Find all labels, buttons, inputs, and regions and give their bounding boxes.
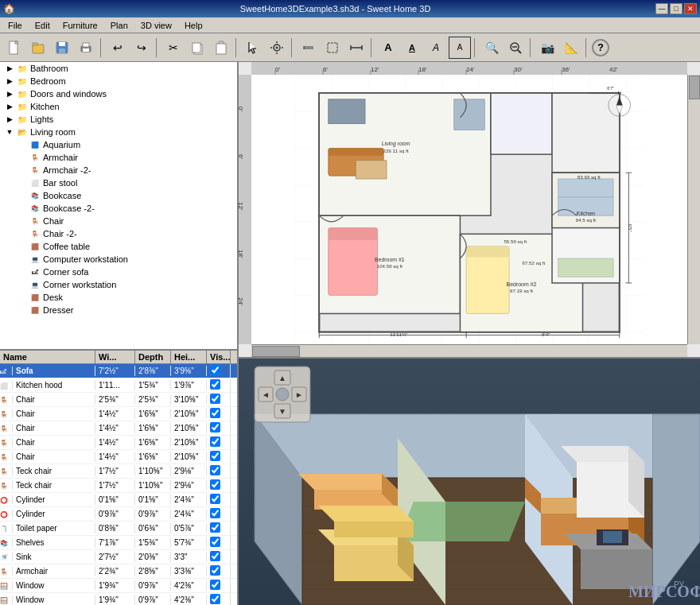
list-item[interactable]: 🚿 Sink 2'7½" 2'0⅜" 3'3" (0, 550, 237, 564)
svg-text:12': 12' (239, 202, 244, 211)
col-header-name[interactable]: Name (0, 351, 95, 363)
svg-rect-5 (59, 42, 65, 46)
svg-text:Bedroom #2: Bedroom #2 (507, 281, 537, 287)
vertical-scrollbar[interactable] (687, 75, 700, 344)
print-button[interactable] (75, 37, 97, 59)
plan-svg-container[interactable]: Living room 229.11 sq ft Bedroom #1 104.… (251, 75, 687, 344)
expand-icon[interactable]: ▶ (3, 115, 16, 123)
list-item[interactable]: 📚 Shelves 7'1⅞" 1'5¾" 5'7¾" (0, 536, 237, 550)
expand-icon[interactable]: ▶ (3, 64, 16, 72)
list-item[interactable]: 🪑 Armchair 2'2¾" 2'8⅝" 3'3⅜" (0, 564, 237, 579)
tree-item-bookcase[interactable]: 📚 Bookcase (0, 189, 237, 202)
expand-icon[interactable]: ▶ (3, 90, 16, 98)
tree-item-doors-windows[interactable]: ▶ 📁 Doors and windows (0, 87, 237, 100)
pan-tool[interactable] (266, 37, 288, 59)
tree-item-lights[interactable]: ▶ 📁 Lights (0, 113, 237, 126)
tree-item-armchair-2[interactable]: 🪑 Armchair -2- (0, 164, 237, 176)
tree-item-bedroom[interactable]: ▶ 📁 Bedroom (0, 75, 237, 87)
svg-text:12': 12' (371, 66, 379, 73)
tree-item-computer-workstation[interactable]: 💻 Computer workstation (0, 253, 237, 266)
scrollbar-thumb[interactable] (689, 76, 700, 99)
expand-icon[interactable]: ▶ (3, 103, 16, 111)
tree-label-chair-2: Chair -2- (43, 229, 77, 239)
tree-item-aquarium[interactable]: 🟦 Aquarium (0, 138, 237, 151)
help-button[interactable]: ? (592, 39, 609, 56)
list-item[interactable]: 🧻 Toilet paper 0'8⅜" 0'6¾" 0'5⅞" (0, 522, 237, 536)
list-item[interactable]: 🪑 Chair 1'4½" 1'6⅝" 2'10⅝" (0, 436, 237, 450)
zoom-out-button[interactable] (504, 37, 527, 59)
tree-item-armchair[interactable]: 🪑 Armchair (0, 151, 237, 164)
select-tool[interactable] (242, 37, 264, 59)
tree-item-bookcase-2[interactable]: 📚 Bookcase -2- (0, 202, 237, 215)
tree-item-coffee-table[interactable]: 🟫 Coffee table (0, 240, 237, 253)
list-item[interactable]: 🛋 Sofa 7'2½" 2'8⅜" 3'9⅝" (0, 364, 237, 378)
menu-help[interactable]: Help (178, 19, 209, 32)
tree-item-bar-stool[interactable]: ⬜ Bar stool (0, 176, 237, 189)
col-header-height[interactable]: Hei... (171, 351, 207, 363)
list-item[interactable]: ⭕ Cylinder 0'9⅞" 0'9⅞" 2'4¾" (0, 507, 237, 522)
horizontal-scrollbar[interactable] (251, 344, 687, 357)
svg-point-137 (276, 388, 289, 401)
copy-button[interactable] (186, 37, 208, 59)
redo-button[interactable]: ↪ (130, 37, 153, 59)
svg-rect-18 (328, 43, 337, 52)
add-wall-tool[interactable] (298, 37, 320, 59)
svg-rect-65 (558, 179, 613, 197)
cut-button[interactable]: ✂ (162, 37, 185, 59)
list-item[interactable]: 🪟 Window 1'9¾" 0'9⅞" 4'2⅜" (0, 579, 237, 593)
tree-item-chair-2[interactable]: 🪑 Chair -2- (0, 227, 237, 240)
menu-file[interactable]: File (2, 19, 29, 32)
list-item[interactable]: 🪑 Chair 1'4½" 1'6⅝" 2'10⅝" (0, 450, 237, 464)
save-button[interactable] (51, 37, 73, 59)
menu-3dview[interactable]: 3D view (134, 19, 178, 32)
new-button[interactable] (3, 37, 25, 59)
furniture-tree[interactable]: ▶ 📁 Bathroom ▶ 📁 Bedroom ▶ 📁 Doors and w… (0, 62, 237, 351)
col-header-width[interactable]: Wi... (95, 351, 135, 363)
list-item[interactable]: 🪑 Teck chair 1'7½" 1'10⅝" 2'9⅛" (0, 479, 237, 493)
tree-item-living-room[interactable]: ▼ 📂 Living room (0, 126, 237, 138)
undo-button[interactable]: ↩ (107, 37, 129, 59)
minimize-button[interactable]: — (655, 3, 668, 14)
list-item[interactable]: 🪟 Window 1'9¾" 0'9⅞" 4'2⅜" (0, 593, 237, 605)
tree-item-kitchen[interactable]: ▶ 📁 Kitchen (0, 100, 237, 113)
menu-furniture[interactable]: Furniture (56, 19, 104, 32)
close-button[interactable]: ✕ (684, 3, 697, 14)
text-tool-a3[interactable]: A (425, 37, 447, 59)
tree-item-corner-workstation[interactable]: 💻 Corner workstation (0, 278, 237, 291)
tree-item-bathroom[interactable]: ▶ 📁 Bathroom (0, 62, 237, 75)
add-dimension-tool[interactable] (345, 37, 368, 59)
view-3d[interactable]: ▲ ▼ ◄ ► МИРСОФТА РУ (239, 359, 700, 605)
expand-icon[interactable]: ▼ (3, 128, 16, 136)
add-room-tool[interactable] (321, 37, 344, 59)
tree-item-dresser[interactable]: 🟫 Dresser (0, 304, 237, 316)
zoom-in-button[interactable]: 🔍 (480, 37, 503, 59)
floor-plan[interactable]: 0' 6' 12' 18' 24' 30' 36' 42' (239, 62, 700, 359)
text-tool-a1[interactable]: A (377, 37, 399, 59)
menu-plan[interactable]: Plan (104, 19, 134, 32)
paste-button[interactable] (210, 37, 232, 59)
tree-item-chair[interactable]: 🪑 Chair (0, 215, 237, 227)
furniture-list-scroll[interactable]: 🛋 Sofa 7'2½" 2'8⅜" 3'9⅝" ⬜ Kitchen hood … (0, 364, 237, 605)
menu-edit[interactable]: Edit (29, 19, 56, 32)
scrollbar-thumb-h[interactable] (252, 346, 300, 357)
list-item[interactable]: 🪑 Chair 1'4½" 1'6⅝" 2'10⅝" (0, 407, 237, 421)
list-item[interactable]: ⬜ Kitchen hood 1'11... 1'5¾" 1'9⅞" (0, 378, 237, 393)
svg-rect-64 (466, 246, 509, 258)
item-icon: 🟦 (29, 138, 41, 151)
open-button[interactable] (27, 37, 49, 59)
text-tool-a4[interactable]: A (449, 37, 471, 59)
list-item[interactable]: 🪑 Chair 2'5¾" 2'5¾" 3'10⅝" (0, 393, 237, 407)
list-item[interactable]: ⭕ Cylinder 0'1⅝" 0'1⅝" 2'4¾" (0, 493, 237, 507)
tree-item-desk[interactable]: 🟫 Desk (0, 291, 237, 304)
tree-label-bedroom: Bedroom (30, 76, 66, 86)
camera-button[interactable]: 📷 (536, 37, 558, 59)
tree-item-corner-sofa[interactable]: 🛋 Corner sofa (0, 266, 237, 278)
maximize-button[interactable]: □ (670, 3, 682, 14)
col-header-visible[interactable]: Vis... (207, 351, 231, 363)
expand-icon[interactable]: ▶ (3, 77, 16, 85)
list-item[interactable]: 🪑 Chair 1'4½" 1'6⅝" 2'10⅝" (0, 421, 237, 436)
measure-button[interactable]: 📐 (560, 37, 582, 59)
text-tool-a2[interactable]: A (401, 37, 423, 59)
list-item[interactable]: 🪑 Teck chair 1'7½" 1'10⅝" 2'9⅛" (0, 464, 237, 479)
col-header-depth[interactable]: Depth (135, 351, 171, 363)
